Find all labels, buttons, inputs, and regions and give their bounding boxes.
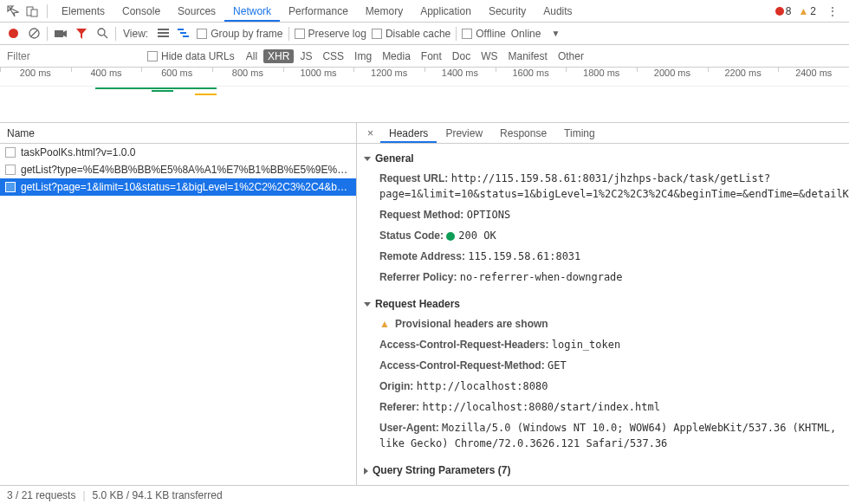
device-toggle-icon[interactable] xyxy=(23,2,42,21)
devtools-tab-performance[interactable]: Performance xyxy=(280,1,357,22)
filter-type-all[interactable]: All xyxy=(242,50,262,62)
request-headers-section: Request Headers ▲Provisional headers are… xyxy=(364,294,840,454)
filter-icon[interactable] xyxy=(74,29,89,39)
timeline-tick: 2400 ms xyxy=(778,68,849,86)
timeline-tick: 1400 ms xyxy=(424,68,496,86)
filter-type-doc[interactable]: Doc xyxy=(448,50,475,62)
request-name: getList?page=1&limit=10&status=1&bigLeve… xyxy=(21,181,351,193)
timeline-tick: 1600 ms xyxy=(496,68,567,86)
warning-icon: ▲ xyxy=(379,318,390,330)
query-string-header[interactable]: Query String Parameters (7) xyxy=(364,461,840,480)
general-header[interactable]: General xyxy=(364,149,840,168)
view-label: View: xyxy=(121,28,150,40)
search-icon[interactable] xyxy=(94,28,110,39)
transfer-size: 5.0 KB / 94.1 KB transferred xyxy=(93,489,223,501)
svg-point-5 xyxy=(98,29,105,36)
devtools-tab-console[interactable]: Console xyxy=(113,1,169,22)
devtools-tab-audits[interactable]: Audits xyxy=(535,1,580,22)
timeline-tick: 800 ms xyxy=(212,68,283,86)
request-row[interactable]: getList?page=1&limit=10&status=1&bigLeve… xyxy=(0,178,356,196)
request-name: getList?type=%E4%BB%BB%E5%8A%A1%E7%B1%BB… xyxy=(21,164,351,176)
query-string-section: Query String Parameters (7) xyxy=(364,461,840,480)
request-count: 3 / 21 requests xyxy=(7,489,75,501)
request-row[interactable]: taskPoolKs.html?v=1.0.0 xyxy=(0,144,356,161)
detail-tab-timing[interactable]: Timing xyxy=(555,124,604,143)
throttle-chevron-icon[interactable]: ▼ xyxy=(546,29,565,38)
clear-icon[interactable] xyxy=(26,28,42,39)
timeline-tick: 600 ms xyxy=(141,68,212,86)
svg-rect-9 xyxy=(158,36,169,37)
file-icon xyxy=(5,182,16,192)
offline-checkbox[interactable]: Offline xyxy=(462,28,505,40)
detail-tab-headers[interactable]: Headers xyxy=(380,124,437,143)
status-dot-icon xyxy=(446,232,455,241)
view-waterfall-icon[interactable] xyxy=(176,29,191,38)
timeline-tick: 1800 ms xyxy=(566,68,637,86)
filter-input[interactable] xyxy=(0,47,147,66)
throttle-select[interactable]: Online xyxy=(511,28,541,40)
timeline-tick: 400 ms xyxy=(71,68,142,86)
network-toolbar: View: Group by frame Preserve log Disabl… xyxy=(0,23,849,45)
request-headers-header[interactable]: Request Headers xyxy=(364,294,840,313)
svg-line-3 xyxy=(31,30,37,36)
svg-rect-4 xyxy=(55,30,63,37)
svg-rect-7 xyxy=(158,29,169,30)
svg-rect-1 xyxy=(31,10,37,16)
svg-rect-10 xyxy=(178,29,184,30)
view-list-icon[interactable] xyxy=(155,29,171,38)
record-button[interactable] xyxy=(5,29,21,38)
name-column-header[interactable]: Name xyxy=(0,123,356,144)
detail-tab-preview[interactable]: Preview xyxy=(437,124,491,143)
filter-type-css[interactable]: CSS xyxy=(318,50,348,62)
svg-rect-11 xyxy=(180,32,186,34)
inspect-icon[interactable] xyxy=(3,2,23,21)
devtools-tab-application[interactable]: Application xyxy=(412,1,480,22)
devtools-tab-network[interactable]: Network xyxy=(224,1,280,22)
timeline-tick: 2000 ms xyxy=(637,68,708,86)
warning-count-badge[interactable]: ▲2 xyxy=(798,5,816,17)
disable-cache-checkbox[interactable]: Disable cache xyxy=(372,28,450,40)
devtools-tab-elements[interactable]: Elements xyxy=(53,1,113,22)
request-method-value: OPTIONS xyxy=(467,209,511,221)
svg-rect-12 xyxy=(183,36,189,37)
request-url-value: http://115.159.58.61:8031/jhzhps-back/ta… xyxy=(379,172,849,200)
camera-icon[interactable] xyxy=(53,29,68,38)
file-icon xyxy=(5,147,16,158)
more-menu-icon[interactable]: ⋮ xyxy=(820,4,846,18)
request-list: Name taskPoolKs.html?v=1.0.0getList?type… xyxy=(0,123,357,485)
error-count-badge[interactable]: 8 xyxy=(775,5,792,17)
file-icon xyxy=(5,165,16,175)
request-row[interactable]: getList?type=%E4%BB%BB%E5%8A%A1%E7%B1%BB… xyxy=(0,161,356,178)
devtools-tabs: ElementsConsoleSourcesNetworkPerformance… xyxy=(0,0,849,23)
timeline-overview[interactable]: 200 ms400 ms600 ms800 ms1000 ms1200 ms14… xyxy=(0,68,849,123)
referrer-policy-value: no-referrer-when-downgrade xyxy=(460,271,623,283)
filter-type-font[interactable]: Font xyxy=(417,50,446,62)
filter-type-xhr[interactable]: XHR xyxy=(263,49,294,63)
status-code-value: 200 OK xyxy=(458,229,496,242)
filter-bar: Hide data URLs AllXHRJSCSSImgMediaFontDo… xyxy=(0,45,849,68)
devtools-tab-sources[interactable]: Sources xyxy=(169,1,224,22)
preserve-log-checkbox[interactable]: Preserve log xyxy=(295,28,366,40)
filter-type-other[interactable]: Other xyxy=(554,50,588,62)
filter-type-js[interactable]: JS xyxy=(295,50,316,62)
svg-rect-8 xyxy=(158,32,169,34)
filter-type-ws[interactable]: WS xyxy=(476,50,502,62)
remote-address-value: 115.159.58.61:8031 xyxy=(468,250,580,262)
general-section: General Request URL: http://115.159.58.6… xyxy=(364,149,840,288)
filter-type-manifest[interactable]: Manifest xyxy=(504,50,552,62)
svg-line-6 xyxy=(104,35,107,38)
close-detail-icon[interactable]: × xyxy=(360,127,380,139)
status-bar: 3 / 21 requests | 5.0 KB / 94.1 KB trans… xyxy=(0,485,849,504)
hide-data-urls-checkbox[interactable] xyxy=(147,51,158,61)
group-by-frame-checkbox[interactable]: Group by frame xyxy=(197,28,282,40)
devtools-tab-security[interactable]: Security xyxy=(480,1,535,22)
provisional-warning: Provisional headers are shown xyxy=(395,318,548,330)
devtools-tab-memory[interactable]: Memory xyxy=(357,1,412,22)
filter-type-img[interactable]: Img xyxy=(350,50,376,62)
request-name: taskPoolKs.html?v=1.0.0 xyxy=(21,146,135,158)
timeline-tick: 2200 ms xyxy=(708,68,779,86)
filter-type-media[interactable]: Media xyxy=(378,50,415,62)
timeline-tick: 200 ms xyxy=(0,68,71,86)
detail-tab-response[interactable]: Response xyxy=(491,124,555,143)
timeline-tick: 1200 ms xyxy=(353,68,424,86)
